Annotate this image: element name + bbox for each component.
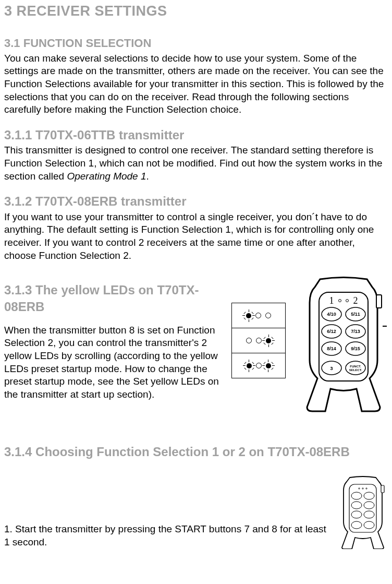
led-icon (246, 338, 252, 343)
section-3-1-4-step1: 1. Start the transmitter by pressing the… (4, 523, 333, 549)
device-button-label: 6/12 (327, 329, 336, 334)
led-icon (255, 313, 261, 318)
section-3-1-1-body-part3: . (146, 171, 149, 182)
svg-point-23 (351, 521, 362, 529)
svg-point-18 (364, 492, 374, 499)
svg-point-22 (364, 511, 374, 518)
section-3-1-3-body: When the transmitter button 8 is set on … (4, 324, 226, 401)
led-icon (247, 363, 252, 368)
led-row-1 (232, 313, 285, 318)
svg-rect-25 (381, 485, 384, 493)
section-3-1-body: You can make several selections to decid… (4, 52, 388, 116)
device-button-label: SELECT. (349, 368, 362, 372)
section-3-1-4-title: 3.1.4 Choosing Function Selection 1 or 2… (4, 444, 388, 460)
led-icon (256, 338, 262, 343)
led-icon (246, 313, 251, 318)
svg-point-19 (351, 502, 362, 509)
section-3-1-2-title: 3.1.2 T70TX-08ERB transmitter (4, 193, 388, 209)
device-button-label: 5/11 (351, 312, 360, 317)
svg-point-10 (346, 361, 365, 375)
device-button-label: FUNCT. (350, 365, 361, 368)
device-button-label: 3 (330, 366, 333, 371)
led-row-3 (232, 363, 285, 368)
led-icon (265, 313, 271, 318)
led-row-2 (232, 338, 285, 343)
section-3-1-1-body-italic: Operating Mode 1 (67, 171, 146, 182)
device-button-label: 9/15 (351, 346, 360, 351)
led-state-table (231, 303, 286, 378)
transmitter-diagram-large: 1 2 4/10 5/11 6/12 7/13 8/14 9/15 3 (299, 277, 388, 412)
transmitter-diagram-small (338, 476, 388, 549)
device-number-1: 1 (329, 295, 334, 306)
section-3-1-1-title: 3.1.1 T70TX-06TTB transmitter (4, 127, 388, 143)
device-button-label: 7/13 (351, 329, 360, 334)
led-and-device-diagram: 1 2 4/10 5/11 6/12 7/13 8/14 9/15 3 (231, 277, 388, 418)
section-3-1-title: 3.1 FUNCTION SELECTION (4, 36, 388, 51)
led-icon (256, 363, 262, 368)
device-number-2: 2 (353, 295, 358, 306)
led-icon (266, 363, 271, 368)
section-3-1-1-body-part1: This transmitter is designed to control … (4, 145, 383, 181)
section-3-1-3-title: 3.1.3 The yellow LEDs on T70TX-08ERB (4, 282, 226, 314)
section-3-1-1-body: This transmitter is designed to control … (4, 144, 388, 183)
device-button-label: 8/14 (327, 346, 336, 351)
chapter-title: 3 RECEIVER SETTINGS (4, 2, 388, 20)
svg-point-17 (351, 492, 362, 499)
svg-rect-11 (376, 295, 382, 308)
device-button-label: 4/10 (327, 312, 336, 317)
svg-point-24 (364, 521, 374, 529)
svg-point-21 (351, 511, 362, 518)
section-3-1-2-body: If you want to use your transmitter to c… (4, 211, 388, 263)
svg-point-20 (364, 502, 374, 509)
led-icon (266, 338, 271, 343)
